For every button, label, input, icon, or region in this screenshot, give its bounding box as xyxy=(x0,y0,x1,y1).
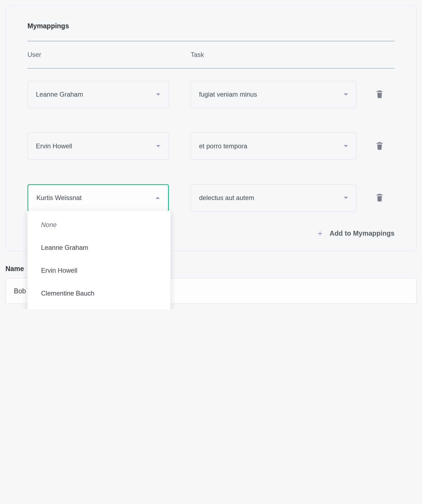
task-select[interactable]: fugiat veniam minus xyxy=(191,81,356,108)
task-select[interactable]: delectus aut autem xyxy=(191,184,356,211)
plus-icon: ＋ xyxy=(316,229,324,237)
mymappings-panel: Mymappings User Task Leanne Graham fugia… xyxy=(5,5,417,251)
dropdown-option[interactable]: Patricia Lebsack xyxy=(27,305,170,309)
dropdown-option[interactable]: Clementine Bauch xyxy=(27,282,170,305)
user-select-dropdown: None Leanne Graham Ervin Howell Clementi… xyxy=(27,211,170,309)
task-select-value: fugiat veniam minus xyxy=(199,91,257,98)
trash-icon xyxy=(375,89,384,100)
user-select-value: Leanne Graham xyxy=(36,91,83,98)
user-select[interactable]: Leanne Graham xyxy=(27,81,169,108)
dropdown-option-none[interactable]: None xyxy=(27,213,170,236)
delete-row-button[interactable] xyxy=(365,140,395,152)
mapping-row: Kurtis Weissnat None Leanne Graham Ervin… xyxy=(27,172,395,224)
header-row: User Task xyxy=(27,41,395,68)
chevron-down-icon xyxy=(344,197,348,199)
task-select[interactable]: et porro tempora xyxy=(191,133,356,160)
trash-icon xyxy=(375,140,384,152)
chevron-down-icon xyxy=(156,93,160,96)
chevron-down-icon xyxy=(344,93,348,96)
mapping-row: Leanne Graham fugiat veniam minus xyxy=(27,69,395,120)
task-select-value: delectus aut autem xyxy=(199,194,254,202)
mapping-row: Ervin Howell et porro tempora xyxy=(27,120,395,172)
task-select-value: et porro tempora xyxy=(199,142,247,150)
panel-title: Mymappings xyxy=(27,22,395,30)
chevron-down-icon xyxy=(156,145,160,147)
user-select-value: Kurtis Weissnat xyxy=(36,194,82,202)
chevron-up-icon xyxy=(156,197,160,199)
trash-icon xyxy=(375,192,384,204)
add-mapping-label: Add to Mymappings xyxy=(330,229,395,237)
column-header-user: User xyxy=(27,51,191,59)
user-select[interactable]: Ervin Howell xyxy=(27,133,169,160)
dropdown-option[interactable]: Ervin Howell xyxy=(27,259,170,282)
dropdown-option[interactable]: Leanne Graham xyxy=(27,236,170,259)
chevron-down-icon xyxy=(344,145,348,147)
user-select[interactable]: Kurtis Weissnat None Leanne Graham Ervin… xyxy=(27,184,169,211)
delete-row-button[interactable] xyxy=(365,192,395,204)
user-select-value: Ervin Howell xyxy=(36,142,72,150)
column-header-actions xyxy=(365,51,395,59)
delete-row-button[interactable] xyxy=(365,89,395,100)
column-header-task: Task xyxy=(191,51,365,59)
